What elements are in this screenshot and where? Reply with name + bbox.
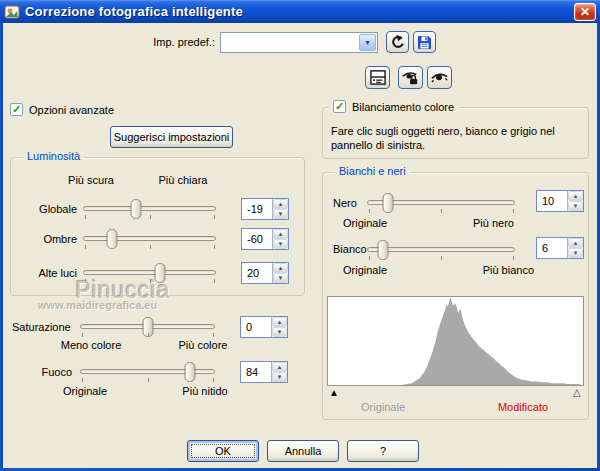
advanced-options-checkbox[interactable]: ✓ Opzioni avanzate — [10, 103, 114, 116]
highlights-spinbox[interactable]: 20 ▲▼ — [241, 262, 289, 284]
window-border-left — [0, 23, 3, 471]
black-value[interactable]: 10 — [537, 191, 567, 211]
spin-down-icon[interactable]: ▼ — [273, 209, 288, 219]
spin-up-icon[interactable]: ▲ — [272, 317, 287, 327]
reset-preset-button[interactable] — [386, 31, 409, 53]
more-white-label: Più bianco — [454, 264, 534, 276]
overall-slider-thumb[interactable] — [131, 199, 142, 219]
shadows-value[interactable]: -60 — [242, 229, 272, 249]
sharper-label: Più nitido — [165, 385, 245, 397]
black-slider-thumb[interactable] — [383, 193, 394, 213]
color-balance-checkbox[interactable]: ✓ Bilanciamento colore — [329, 100, 458, 113]
black-spinbox[interactable]: 10 ▲▼ — [536, 190, 584, 212]
color-balance-description: Fare clic sugli oggetti nero, bianco e g… — [331, 124, 583, 152]
title-bar[interactable]: Correzione fotografica intelligente — [0, 0, 600, 23]
suggest-settings-button[interactable]: Suggerisci impostazioni — [110, 126, 233, 148]
cancel-button-label: Annulla — [285, 445, 322, 457]
spin-up-icon[interactable]: ▲ — [273, 229, 288, 239]
saturation-spinbox[interactable]: 0 ▲▼ — [240, 316, 288, 338]
focus-value[interactable]: 84 — [241, 362, 271, 382]
overall-value[interactable]: -19 — [242, 199, 272, 219]
white-slider-thumb[interactable] — [377, 240, 388, 260]
help-button[interactable]: ? — [347, 440, 419, 462]
black-point-marker-icon[interactable]: ▲ — [329, 387, 339, 398]
eye-lock-icon — [402, 70, 419, 86]
focus-slider-thumb[interactable] — [185, 362, 196, 382]
reset-arrow-icon — [390, 34, 406, 50]
white-original-label: Originale — [343, 264, 387, 276]
help-button-label: ? — [380, 445, 386, 457]
spin-up-icon[interactable]: ▲ — [568, 191, 583, 201]
brightness-group-title: Luminosità — [23, 150, 84, 162]
color-balance-group: ✓ Bilanciamento colore Fare clic sugli o… — [322, 107, 589, 159]
black-label: Nero — [333, 197, 357, 209]
shadows-slider[interactable] — [83, 236, 216, 241]
focus-slider[interactable] — [80, 369, 215, 374]
spin-down-icon[interactable]: ▼ — [273, 273, 288, 283]
focus-original-label: Originale — [45, 385, 125, 397]
white-value[interactable]: 6 — [537, 238, 567, 258]
color-balance-label: Bilanciamento colore — [352, 101, 454, 113]
overall-spinbox[interactable]: -19 ▲▼ — [241, 198, 289, 220]
proof-button[interactable] — [427, 66, 452, 89]
spin-down-icon[interactable]: ▼ — [568, 248, 583, 258]
advanced-options-label: Opzioni avanzate — [29, 104, 114, 116]
white-spinbox[interactable]: 6 ▲▼ — [536, 237, 584, 259]
highlights-value[interactable]: 20 — [242, 263, 272, 283]
more-color-label: Più colore — [163, 339, 243, 351]
overall-label: Globale — [11, 203, 77, 215]
saturation-label: Saturazione — [12, 321, 71, 333]
eye-icon — [431, 71, 448, 84]
focus-spinbox[interactable]: 84 ▲▼ — [240, 361, 288, 383]
ok-button[interactable]: OK — [187, 440, 259, 462]
preview-panes-icon — [370, 70, 386, 85]
spin-up-icon[interactable]: ▲ — [273, 199, 288, 209]
smart-photo-fix-dialog: Correzione fotografica intelligente ✕ Im… — [0, 0, 600, 471]
white-slider[interactable] — [367, 247, 515, 252]
shadows-slider-thumb[interactable] — [106, 229, 117, 249]
checkbox-check-icon[interactable]: ✓ — [10, 103, 23, 116]
auto-proof-button[interactable] — [398, 66, 423, 89]
chevron-down-icon[interactable]: ▼ — [359, 34, 376, 51]
spin-down-icon[interactable]: ▼ — [568, 201, 583, 211]
more-black-label: Più nero — [444, 217, 514, 229]
app-icon — [4, 4, 20, 20]
spin-down-icon[interactable]: ▼ — [272, 372, 287, 382]
shadows-label: Ombre — [11, 233, 77, 245]
preset-label: Imp. predef.: — [128, 36, 215, 48]
shadows-spinbox[interactable]: -60 ▲▼ — [241, 228, 289, 250]
preset-dropdown[interactable]: ▼ — [220, 32, 378, 53]
blacks-whites-group-title: Bianchi e neri — [335, 165, 410, 177]
black-slider[interactable] — [367, 200, 515, 205]
watermark-url: www.maidiregrafica.eu — [25, 299, 170, 311]
saturation-slider[interactable] — [80, 324, 215, 329]
preset-value — [221, 33, 358, 52]
spin-up-icon[interactable]: ▲ — [568, 238, 583, 248]
histogram-curve — [328, 297, 583, 385]
less-color-label: Meno colore — [51, 339, 131, 351]
save-preset-button[interactable] — [413, 31, 436, 53]
histogram-original-label: Originale — [348, 401, 418, 413]
cancel-button[interactable]: Annulla — [267, 440, 339, 462]
histogram-modified-label: Modificato — [483, 401, 563, 413]
ok-button-label: OK — [215, 445, 231, 457]
highlights-slider[interactable] — [83, 270, 216, 275]
histogram — [327, 296, 584, 386]
checkbox-check-icon[interactable]: ✓ — [333, 100, 346, 113]
black-original-label: Originale — [343, 217, 387, 229]
spin-up-icon[interactable]: ▲ — [273, 263, 288, 273]
spin-down-icon[interactable]: ▼ — [272, 327, 287, 337]
window-title: Correzione fotografica intelligente — [25, 4, 243, 19]
spin-down-icon[interactable]: ▼ — [273, 239, 288, 249]
brightness-group: Luminosità Più scura Più chiara Globale … — [10, 157, 305, 296]
spin-up-icon[interactable]: ▲ — [272, 362, 287, 372]
preview-panes-button[interactable] — [365, 66, 390, 89]
white-point-marker-icon[interactable]: △ — [573, 387, 581, 398]
lighter-header: Più chiara — [143, 174, 223, 186]
overall-slider[interactable] — [83, 206, 216, 211]
close-button[interactable]: ✕ — [574, 3, 596, 21]
focus-label: Fuoco — [10, 366, 72, 378]
save-floppy-icon — [417, 35, 432, 50]
white-label: Bianco — [333, 243, 367, 255]
saturation-value[interactable]: 0 — [241, 317, 271, 337]
